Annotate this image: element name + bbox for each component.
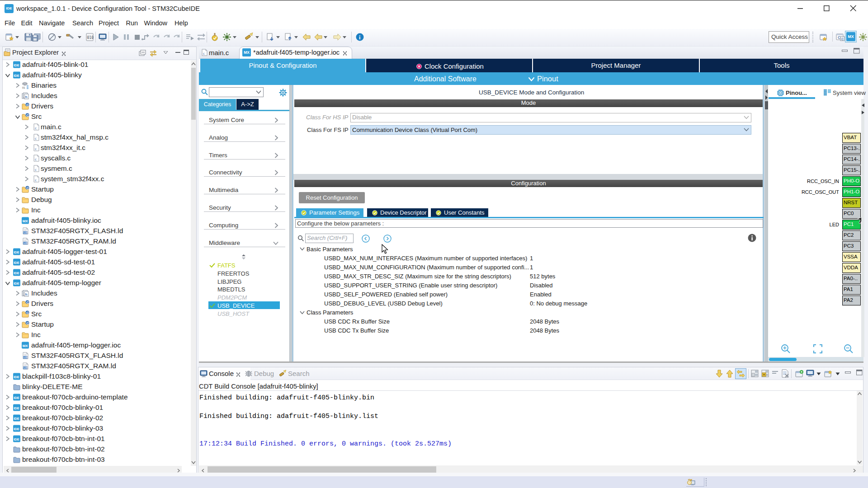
svg-text:MX: MX	[23, 344, 28, 348]
svg-text:010: 010	[87, 36, 94, 40]
svg-text:c: c	[35, 157, 37, 161]
svg-text:01: 01	[22, 86, 25, 89]
svg-text:c: c	[35, 126, 37, 130]
svg-text:IDE: IDE	[14, 250, 19, 254]
svg-text:C: C	[26, 321, 29, 325]
svg-text:IDE: IDE	[14, 271, 19, 275]
svg-text:h: h	[25, 292, 28, 296]
svg-text:LD: LD	[24, 356, 27, 359]
svg-text:C: C	[26, 311, 29, 315]
svg-text:C: C	[841, 38, 844, 41]
svg-text:IDE: IDE	[14, 437, 19, 441]
svg-text:C: C	[26, 113, 29, 117]
svg-text:C: C	[26, 186, 29, 190]
svg-text:LD: LD	[24, 366, 27, 369]
svg-text:c: c	[35, 178, 37, 182]
svg-text:IDE: IDE	[14, 406, 19, 410]
svg-text:IDE: IDE	[14, 63, 19, 67]
svg-text:IDE: IDE	[14, 417, 19, 421]
svg-text:c: c	[35, 136, 37, 141]
svg-text:IDE: IDE	[14, 74, 19, 78]
svg-text:IDE: IDE	[14, 282, 19, 286]
svg-text:LD: LD	[24, 231, 27, 234]
svg-text:MX: MX	[23, 219, 28, 223]
svg-text:C: C	[26, 103, 29, 107]
svg-text:h: h	[25, 95, 28, 99]
svg-text:IDE: IDE	[14, 427, 19, 431]
svg-text:C: C	[26, 300, 29, 305]
svg-text:c: c	[35, 167, 37, 172]
svg-text:c: c	[35, 146, 37, 151]
svg-text:IDE: IDE	[14, 396, 19, 400]
svg-text:IDE: IDE	[14, 375, 19, 379]
svg-text:LD: LD	[24, 242, 27, 244]
svg-text:IDE: IDE	[14, 261, 19, 265]
svg-text:c: c	[203, 51, 205, 56]
